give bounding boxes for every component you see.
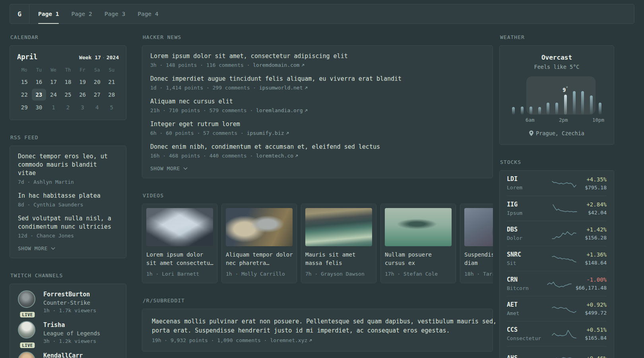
hackernews-item-title[interactable]: Lorem ipsum dolor sit amet, consectetur … [150,52,485,60]
twitch-channel-row[interactable]: LIVEKendallCarr [18,352,118,358]
calendar-weekday: Sa [90,67,105,73]
hackernews-item-meta: 3h · 148 points · 116 comments · loremdo… [150,62,485,68]
video-title[interactable]: Mauris sit ametmassa felis [305,251,372,267]
stock-price: $156.28 [585,234,607,241]
video-thumbnail[interactable] [464,208,493,246]
stock-row-iig[interactable]: IIGIpsum+2.84%$42.04 [507,196,607,221]
weather-bar [555,103,558,115]
rss-item-title[interactable]: Donec tempor eros leo, utcommodo mauris … [18,152,118,177]
hackernews-item-title[interactable]: Aliquam nec cursus elit [150,97,485,106]
weather-bar [530,107,532,115]
stock-change: +1.36% [585,251,607,258]
rss-item[interactable]: In hac habitasse platea8d · Cynthia Saun… [18,192,118,208]
nav-tab-page-4[interactable]: Page 4 [138,4,158,23]
hackernews-item-link[interactable]: ipsumworld.net [259,85,303,91]
app-logo[interactable]: G [10,4,29,23]
hackernews-item-title[interactable]: Donec enim nibh, condimentum et accumsan… [150,143,485,151]
video-card[interactable]: Nullam posuerecursus ex17h · Stefan Cole [380,204,456,283]
subreddit-post-line: Maecenas mollis pulvinar erat non posuer… [152,317,483,326]
middle-column: HACKER NEWS Lorem ipsum dolor sit amet, … [142,34,493,358]
nav-tab-page-1[interactable]: Page 1 [38,4,59,23]
weather-bar [512,107,515,115]
stock-values: +1.42%$156.28 [585,226,607,241]
calendar-day: 15 [17,76,32,88]
stock-row-ldi[interactable]: LDILorem+4.35%$795.18 [507,171,607,196]
stock-values: +2.84%$42.04 [586,201,607,216]
hackernews-item-title[interactable]: Donec imperdiet augue tincidunt felis al… [150,75,485,83]
subreddit-section-title: /R/SUBREDDIT [143,298,493,304]
stock-row-ccs[interactable]: CCSConsectetur+0.51%$165.84 [507,321,607,346]
weather-bar-column [544,76,553,115]
video-title[interactable]: Aliquam tempor dolornec pharetra… [226,251,293,267]
nav-tab-page-2[interactable]: Page 2 [71,4,92,23]
stock-name: Ipsum [507,210,543,216]
video-thumbnail[interactable] [146,208,213,246]
stock-price: $66,171.48 [576,284,607,291]
subreddit-post-title[interactable]: Maecenas mollis pulvinar erat non posuer… [152,317,483,335]
calendar-weekday-row: MoTuWeThFrSaSu [17,67,119,73]
weather-axis-label [584,117,592,124]
hackernews-item-link[interactable]: loremdomain.com [253,62,299,68]
hackernews-item[interactable]: Lorem ipsum dolor sit amet, consectetur … [150,52,485,68]
hackernews-item[interactable]: Donec imperdiet augue tincidunt felis al… [150,75,485,91]
twitch-channel-name[interactable]: Trisha [43,321,100,329]
stock-identity: AHS [507,354,543,358]
video-title-line: Mauris sit amet [305,251,372,259]
hackernews-item-title[interactable]: Integer eget rutrum lorem [150,120,485,128]
video-card[interactable]: Lorem ipsum dolorsit amet consectetu…1h … [142,204,217,283]
twitch-channel-name[interactable]: ForrestBurton [43,290,96,299]
subreddit-post-meta-text: 19h · 9,932 points · 1,090 comments · [152,337,270,343]
subreddit-post-link[interactable]: loremnet.xyz [270,337,307,343]
video-card[interactable]: Mauris sit ametmassa felis7h · Grayson D… [301,204,376,283]
stock-name: Dolor [507,235,543,241]
hackernews-section-title: HACKER NEWS [143,34,493,40]
stock-row-aet[interactable]: AETAmet+0.92%$499.72 [507,296,607,321]
video-thumbnail[interactable] [305,208,372,246]
location-pin-icon [529,130,533,136]
external-link-icon [285,131,289,135]
rss-item-title[interactable]: In hac habitasse platea [18,192,118,200]
stock-change: -1.00% [576,276,607,283]
videos-section: VIDEOS Lorem ipsum dolorsit amet consect… [142,193,493,283]
video-title[interactable]: Suspendissediam [464,251,493,267]
hackernews-item-link[interactable]: loremlandia.org [256,107,303,113]
twitch-channel-row[interactable]: LIVETrishaLeague of Legends3h · 1.2k vie… [18,321,118,345]
stock-values: +1.36%$148.64 [585,251,607,266]
rss-item[interactable]: Sed volutpat nulla nisl, acondimentum nu… [18,214,118,239]
rss-item-title[interactable]: Sed volutpat nulla nisl, acondimentum nu… [18,214,118,231]
weather-bar [564,95,567,115]
video-thumbnail[interactable] [385,208,452,246]
twitch-channel-row[interactable]: LIVEForrestBurtonCounter-Strike1h · 1.7k… [18,290,118,315]
video-thumbnail[interactable] [226,208,293,246]
calendar-day: 22 [17,89,32,101]
hackernews-item-link[interactable]: ipsumify.biz [247,130,284,136]
hackernews-show-more-label: SHOW MORE [150,165,180,171]
stock-row-snrc[interactable]: SNRCSit+1.36%$148.64 [507,246,607,271]
live-badge: LIVE [20,342,35,348]
calendar-day-selected: 23 [32,89,47,101]
hackernews-item[interactable]: Aliquam nec cursus elit21h · 710 points … [150,97,485,114]
video-title[interactable]: Lorem ipsum dolorsit amet consectetu… [146,251,213,267]
stock-symbol: CCS [507,326,543,334]
weather-bar-column [526,76,535,115]
stock-price: $165.84 [585,335,607,341]
stock-row-dbs[interactable]: DBSDolor+1.42%$156.28 [507,221,607,246]
video-title[interactable]: Nullam posuerecursus ex [385,251,452,267]
weather-bar [573,91,576,115]
rss-show-more-button[interactable]: SHOW MORE [18,245,118,251]
hackernews-item-link[interactable]: loremtech.co [256,153,293,159]
hackernews-show-more-button[interactable]: SHOW MORE [150,165,485,171]
rss-item[interactable]: Donec tempor eros leo, utcommodo mauris … [18,152,118,185]
hackernews-item[interactable]: Integer eget rutrum lorem6h · 60 points … [150,120,485,136]
weather-bar-column [587,76,596,115]
twitch-channel-name[interactable]: KendallCarr [43,352,83,358]
hackernews-item[interactable]: Donec enim nibh, condimentum et accumsan… [150,143,485,159]
stock-row-crn[interactable]: CRNBitcorn-1.00%$66,171.48 [507,271,607,296]
stock-row-ahs[interactable]: AHS+0.46% [507,346,607,358]
nav-tab-page-3[interactable]: Page 3 [105,4,125,23]
weather-bar [521,107,524,115]
video-card[interactable]: Aliquam tempor dolornec pharetra…1h · Mo… [221,204,297,283]
video-card[interactable]: Suspendissediam18h · Tara [460,204,493,283]
stock-change: +2.84% [586,201,607,208]
stock-sparkline [543,327,585,340]
